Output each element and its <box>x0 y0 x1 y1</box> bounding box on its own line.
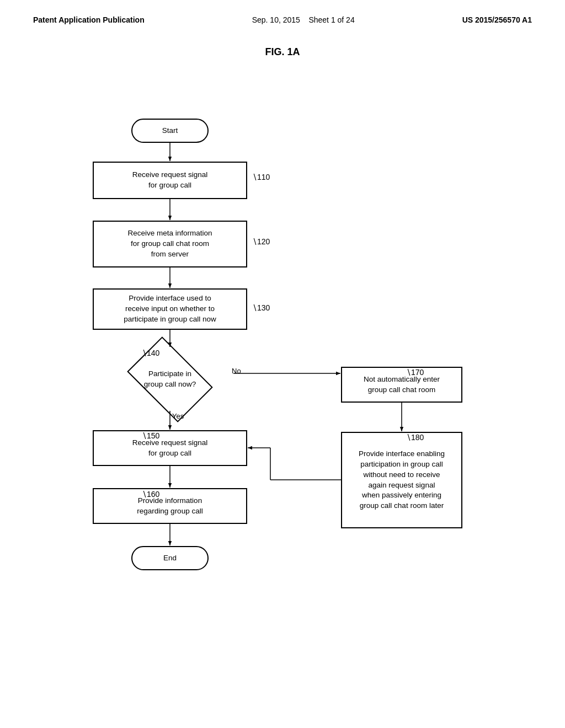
svg-marker-17 <box>400 427 403 431</box>
step-170-label: Not automatically entergroup call chat r… <box>364 374 440 395</box>
header-date: Sep. 10, 2015 <box>252 15 300 24</box>
step-180: Provide interface enablingparticipation … <box>341 432 462 528</box>
header-left: Patent Application Publication <box>33 15 145 24</box>
step-110-label: Receive request signalfor group call <box>132 170 208 191</box>
header-right: US 2015/256570 A1 <box>462 15 532 24</box>
svg-marker-11 <box>168 483 172 488</box>
no-label: No <box>232 367 241 375</box>
step-110-num: ∖110 <box>252 173 270 181</box>
header-sheet: Sheet 1 of 24 <box>308 15 354 24</box>
step-140-num: ∖140 <box>142 349 159 357</box>
step-120: Receive meta informationfor group call c… <box>93 221 247 267</box>
start-label: Start <box>162 126 178 136</box>
yes-label: Yes <box>172 412 184 420</box>
svg-marker-13 <box>168 541 172 545</box>
svg-marker-5 <box>168 283 172 288</box>
start-shape: Start <box>131 119 209 143</box>
end-shape: End <box>131 546 209 570</box>
step-130-label: Provide interface used toreceive input o… <box>124 293 216 325</box>
step-160: Provide informationregarding group call <box>93 488 247 524</box>
figure-title: FIG. 1A <box>0 46 565 58</box>
step-150: Receive request signalfor group call <box>93 430 247 466</box>
step-150-num: ∖150 <box>142 431 159 440</box>
flowchart: Start Receive request signalfor group ca… <box>0 80 565 687</box>
step-180-num: ∖180 <box>406 433 424 442</box>
step-170-num: ∖170 <box>406 368 424 377</box>
step-150-label: Receive request signalfor group call <box>132 438 208 459</box>
page-header: Patent Application Publication Sep. 10, … <box>0 0 565 30</box>
svg-marker-15 <box>336 372 340 375</box>
header-center: Sep. 10, 2015 Sheet 1 of 24 <box>252 15 355 24</box>
end-label: End <box>163 553 177 564</box>
diamond-140: Participate ingroup call now? <box>106 347 233 411</box>
svg-marker-1 <box>168 157 172 161</box>
step-160-num: ∖160 <box>142 490 159 499</box>
step-170: Not automatically entergroup call chat r… <box>341 367 462 403</box>
svg-marker-9 <box>168 425 172 430</box>
svg-marker-3 <box>168 216 172 220</box>
step-130-num: ∖130 <box>252 303 270 312</box>
step-120-num: ∖120 <box>252 237 270 246</box>
diamond-140-label: Participate ingroup call now? <box>144 369 196 390</box>
step-160-label: Provide informationregarding group call <box>137 496 202 517</box>
step-130: Provide interface used toreceive input o… <box>93 288 247 330</box>
step-120-label: Receive meta informationfor group call c… <box>127 228 212 260</box>
svg-marker-21 <box>248 446 252 449</box>
step-180-label: Provide interface enablingparticipation … <box>359 449 445 511</box>
arrows-svg <box>0 80 565 687</box>
step-110: Receive request signalfor group call <box>93 162 247 199</box>
